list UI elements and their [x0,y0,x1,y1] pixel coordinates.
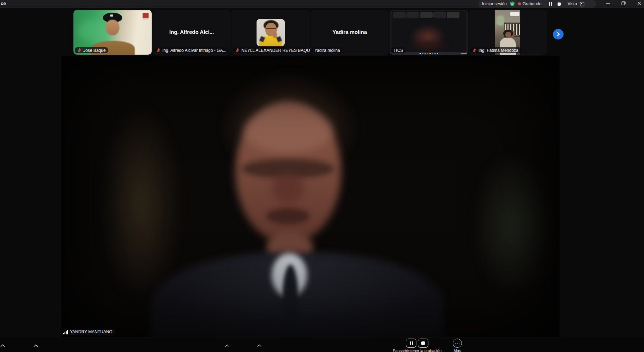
sign-in-button[interactable]: Iniciar sesión [482,1,507,6]
participant-name-text: Jose Baque [83,48,106,53]
participant-tile-jose-baque[interactable]: Jose Baque [73,10,152,55]
participant-name-badge: TICS [391,47,405,53]
recording-indicator: Grabando... [518,1,545,6]
participant-tile-alfredo[interactable]: Ing. Alfredo Alcí... Ing. Alfredo Alcíva… [152,10,231,55]
active-speaker-video[interactable]: YANDRY MANTUANO [61,56,560,337]
view-button[interactable]: Vista [567,1,577,6]
mic-muted-icon [156,48,161,53]
minimize-button[interactable] [604,0,611,6]
restore-button[interactable] [620,0,627,6]
participant-name-text: Ing. Fatima Mendoza [479,48,518,53]
active-speaker-name: YANDRY MANTUANO [70,329,113,334]
pause-recording-button[interactable] [406,339,416,348]
participant-name-badge: NEYLL ALEXANDER REYES BAQUE [233,47,309,53]
video-options-chevron[interactable] [34,342,38,348]
more-button[interactable] [453,339,462,348]
audio-options-chevron[interactable] [0,342,5,348]
mic-muted-icon [473,48,477,53]
participants-options-chevron[interactable] [225,342,229,348]
recording-dot-icon [518,2,521,5]
recording-status-label: Grabando... [523,1,545,6]
audio-level-icon [63,330,68,334]
participant-name-badge: Yadira molina [312,47,342,53]
shield-check-icon [510,1,515,7]
participant-name-text: TICS [393,48,403,53]
participant-name-text: NEYLL ALEXANDER REYES BAQUE [241,48,310,53]
window-title-fragment: ce [1,1,6,6]
participant-name-badge: Ing. Alfredo Alcívar Intriago - GA... [154,47,229,53]
stop-recording-icon[interactable] [556,1,562,7]
chevron-right-icon [556,32,561,37]
participant-name-text: Yadira molina [314,48,340,53]
mic-muted-icon [77,48,82,53]
participant-tile-yadira[interactable]: Yadira molina Yadira molina [311,10,389,55]
participant-name-badge: Ing. Fatima Mendoza [470,47,521,53]
participant-display-name: Ing. Alfredo Alcí... [152,29,231,35]
view-layout-icon[interactable] [580,2,584,6]
filmstrip-next-page-button[interactable] [553,29,564,40]
zoom-meeting-window: ce Iniciar sesión Grabando... Vista [0,0,644,352]
participant-name-badge: Jose Baque [75,47,108,53]
meeting-toolbar: Video 109 Participantes Chat [0,338,644,352]
titlebar: ce Iniciar sesión Grabando... Vista [0,0,644,8]
close-button[interactable] [636,0,643,6]
mic-muted-icon [235,48,240,53]
more-button-label[interactable]: Más [454,348,461,352]
participant-tile-tics[interactable]: TICS [390,10,468,55]
participant-tile-fatima[interactable]: Ing. Fatima Mendoza [469,10,547,55]
active-speaker-name-badge: YANDRY MANTUANO [61,329,115,335]
participant-tile-neyll[interactable]: NEYLL ALEXANDER REYES BAQUE [231,10,310,55]
chat-options-chevron[interactable] [257,342,261,348]
stop-recording-button[interactable] [418,339,428,348]
titlebar-controls-group: Iniciar sesión Grabando... Vista [479,0,596,8]
pause-recording-icon[interactable] [548,1,553,7]
participant-display-name: Yadira molina [311,29,389,35]
recording-controls-label: Pausar/detener la grabación [393,348,441,352]
avatar [257,19,285,46]
participant-name-text: Ing. Alfredo Alcívar Intriago - GA... [162,48,226,53]
